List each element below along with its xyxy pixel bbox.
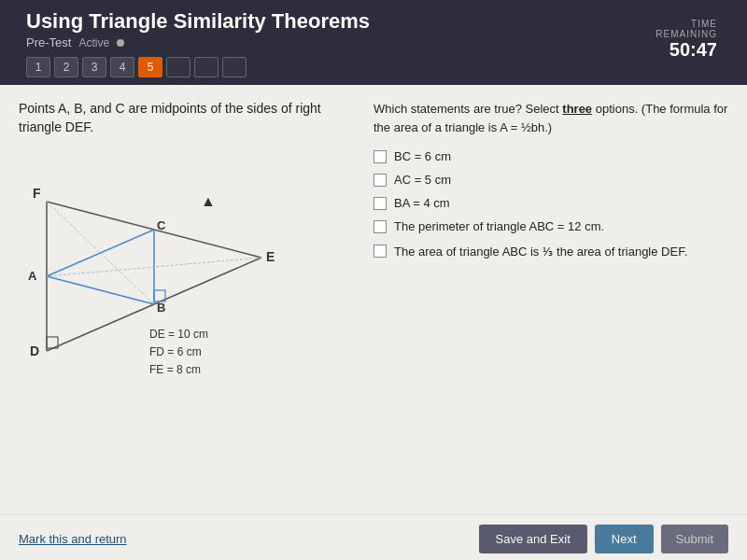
checkbox-1[interactable] [374,150,387,163]
footer: Mark this and return Save and Exit Next … [0,514,747,560]
nav-btn-1[interactable]: 1 [26,57,50,77]
triangle-diagram: F E D A B C ▲ DE = 10 cm FD = 6 cm FE = … [19,146,317,388]
emphasis-three: three [562,102,592,116]
nav-btn-7 [194,57,218,77]
svg-line-4 [47,276,154,304]
svg-line-6 [47,230,154,276]
submit-button[interactable]: Submit [661,525,728,553]
option-3-text: BA = 4 cm [394,196,450,210]
time-remaining-label: TIME REMAINING [655,19,717,39]
question-navigation: 1 2 3 4 5 [26,57,732,77]
checkbox-4[interactable] [374,220,387,233]
svg-text:C: C [157,218,166,232]
main-content: Points A, B, and C are midpoints of the … [0,85,747,514]
option-3[interactable]: BA = 4 cm [374,196,728,210]
svg-text:E: E [266,249,275,264]
nav-btn-6 [166,57,190,77]
next-button[interactable]: Next [595,525,654,553]
option-1[interactable]: BC = 6 cm [374,149,728,163]
nav-btn-8 [222,57,247,77]
svg-text:F: F [33,186,41,201]
option-2[interactable]: AC = 5 cm [374,173,728,187]
checkbox-3[interactable] [374,197,387,210]
checkbox-5[interactable] [374,245,387,258]
option-2-text: AC = 5 cm [394,173,451,187]
active-indicator [117,39,124,47]
question-description: Points A, B, and C are midpoints of the … [19,100,355,136]
option-5[interactable]: The area of triangle ABC is ¹⁄₃ the area… [374,243,728,261]
svg-text:B: B [157,301,165,315]
right-panel: Which statements are true? Select three … [374,100,728,499]
footer-buttons: Save and Exit Next Submit [479,525,728,553]
option-5-text: The area of triangle ABC is ¹⁄₃ the area… [394,243,687,261]
nav-btn-4[interactable]: 4 [110,57,134,77]
mark-return-link[interactable]: Mark this and return [19,532,127,546]
checkbox-2[interactable] [374,174,387,187]
option-4-text: The perimeter of triangle ABC = 12 cm. [394,219,604,233]
save-exit-button[interactable]: Save and Exit [479,525,587,553]
which-statement-text: Which statements are true? Select three … [374,100,728,136]
measurements: DE = 10 cm FD = 6 cm FE = 8 cm [149,326,208,380]
pretest-label: Pre-Test [26,35,71,49]
option-4[interactable]: The perimeter of triangle ABC = 12 cm. [374,219,728,233]
svg-text:▲: ▲ [201,193,216,209]
svg-text:D: D [30,343,39,358]
de-measurement: DE = 10 cm [149,326,208,343]
page-title: Using Triangle Similarity Theorems [26,9,732,34]
left-panel: Points A, B, and C are midpoints of the … [19,100,355,499]
options-list: BC = 6 cm AC = 5 cm BA = 4 cm The perime… [374,149,728,261]
active-label: Active [78,36,109,49]
option-1-text: BC = 6 cm [394,149,451,163]
svg-text:A: A [28,269,37,283]
time-value: 50:47 [655,39,717,61]
nav-btn-3[interactable]: 3 [82,57,106,77]
nav-btn-5[interactable]: 5 [138,57,162,77]
fd-measurement: FD = 6 cm [149,343,208,361]
fe-measurement: FE = 8 cm [149,361,208,379]
nav-btn-2[interactable]: 2 [54,57,78,77]
